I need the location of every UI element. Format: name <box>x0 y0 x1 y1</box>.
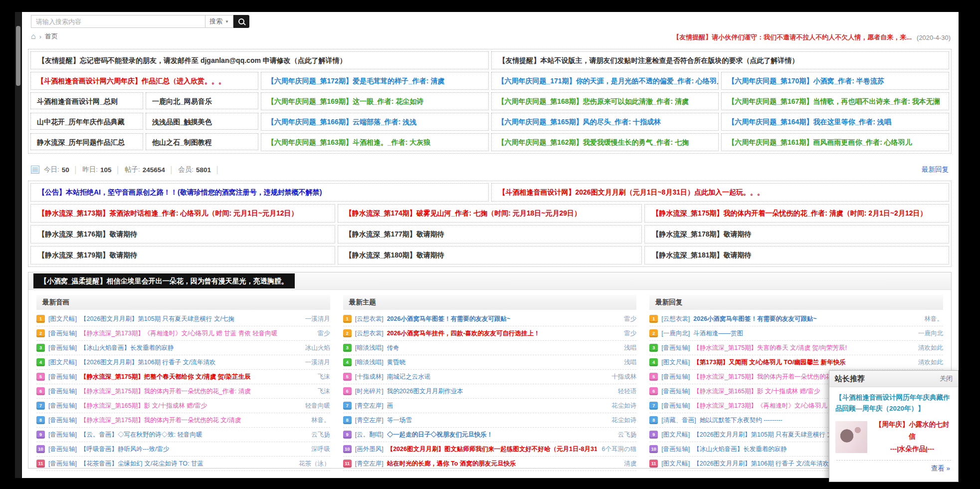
thread-title-link[interactable]: 【静水流深_第173期】《再相逢时》文/心络羽儿 赠 甘蓝 青依 轻音向暖 <box>80 329 277 338</box>
category-link[interactable]: [音画短轴] <box>48 344 77 352</box>
list-item[interactable]: 6[音画短轴]【静水流深_第175期】我的体内开着一朵忧伤的花_作者: 清虞飞沫 <box>36 384 330 399</box>
thread-title-link[interactable]: 【冰山火焰音画】长发垂着的寂静 <box>80 344 174 352</box>
category-link[interactable]: [音画短轴] <box>48 373 77 381</box>
view-more-link[interactable]: 查看 » <box>931 465 950 472</box>
author-link[interactable]: 飞沫 <box>313 373 330 381</box>
list-item[interactable]: 9[云。翻唱]◇一起走的日子◇祝朋友们元旦快乐！云飞扬 <box>343 428 637 442</box>
category-link[interactable]: [图文尺幅] <box>661 431 690 439</box>
category-link[interactable]: [十指成林] <box>355 373 384 381</box>
thread-title-link[interactable]: 【2026图文月月刷】第106期 行香子 文/流年清欢 <box>80 358 216 367</box>
author-link[interactable]: 一溪清月 <box>300 358 330 367</box>
festival-grid-link[interactable]: 【六周年庆同题_第169期】这一眼_作者: 花尘如诗 <box>261 92 489 110</box>
list-item[interactable]: 4[暗淡浅唱]黄昏晓浅唱 <box>343 355 637 370</box>
author-link[interactable]: 十指成林 <box>606 373 636 381</box>
list-item[interactable]: 4[图文尺幅]【2026图文月月刷】第106期 行香子 文/流年清欢一溪清月 <box>36 355 330 370</box>
thread-title-link[interactable]: 我的2026图文月月刷作业本 <box>387 387 463 396</box>
popup-close-button[interactable]: 关闭 <box>940 374 953 383</box>
breadcrumb-home-link[interactable]: 首页 <box>45 32 58 41</box>
list-item[interactable]: 11[青空左岸]站在时光的长廊，遇你 To 酒窝的朋友元旦快乐清虞 <box>343 457 637 471</box>
recommend-item-link[interactable]: 【周年庆】小露水的七封信 ---|水朵作品|--- <box>872 419 952 455</box>
announcement-no-ai[interactable]: 【公告】本站拒绝AI，坚守音画原创之路！！(敬请珍惜您的酒窝注册号，违规封禁概不… <box>30 183 489 202</box>
festival-grid-link[interactable]: 【六周年庆同题_第166期】云端部落_作者: 浅浅 <box>261 113 489 131</box>
thread-title-link[interactable]: 斗酒相逢——赏图 <box>693 329 743 338</box>
thread-title-link[interactable]: 2026小酒窝马年图签！有需要的友友可跟贴~ <box>387 315 511 323</box>
announcement-monthly-event[interactable]: 【斗酒相逢音画设计网】2026图文月月刷（元月1日~8月31日）点此加入一起玩。… <box>491 183 950 202</box>
author-link[interactable]: 6个耳洞の猫 <box>597 445 637 454</box>
author-link[interactable]: 云飞扬 <box>306 431 330 439</box>
thread-title-link[interactable]: 【呼吸音画】静听风吟---致/雷少 <box>80 445 169 454</box>
festival-grid-link[interactable]: 【六周年庆同题_第172期】爱是毛茸茸的样子_作者: 清虞 <box>261 72 489 90</box>
event-grid-link[interactable]: 【静水流深_第174期】破雾见山河_作者: 七掬（时间: 元月18日~元月29日… <box>338 204 642 223</box>
list-item[interactable]: 1[图文尺幅]【2026图文月月刷】第105期 只有夏天肆意横行 文/七掬一溪清… <box>36 312 330 326</box>
recommend-title-link[interactable]: 【斗酒相逢音画设计网历年年庆典藏作品回顾—周年庆（2020年）】 <box>835 392 952 414</box>
category-link[interactable]: [音画短轴] <box>48 387 77 396</box>
list-item[interactable]: 2[云想衣裳]2026小酒窝马年挂件，四款-喜欢的友友可自行选挂上！雷少 <box>343 326 637 341</box>
thread-title-link[interactable]: ◇一起走的日子◇祝朋友们元旦快乐！ <box>387 431 493 439</box>
author-link[interactable]: 花尘如诗 <box>606 416 636 425</box>
author-link[interactable]: 轻音向暖 <box>300 402 330 410</box>
thread-title-link[interactable]: 2026小酒窝马年挂件，四款-喜欢的友友可自行选挂上！ <box>387 329 540 338</box>
category-link[interactable]: [云。翻唱] <box>355 431 384 439</box>
festival-grid-link[interactable]: 【六周年庆同题_第162期】我爱我缓慢生长的勇气_作者: 七掬 <box>491 133 719 151</box>
home-icon[interactable]: ⌂ <box>31 32 36 41</box>
festival-grid-link[interactable]: 【六周年庆同题_第168期】悲伤原来可以如此清澈_作者: 清虞 <box>491 92 719 110</box>
category-link[interactable]: [暗淡浅唱] <box>355 344 384 352</box>
recommend-thumbnail[interactable] <box>835 421 867 453</box>
category-link[interactable]: [时光碎片] <box>355 387 384 396</box>
author-link[interactable]: 清欢如此 <box>913 358 943 367</box>
event-grid-link[interactable]: 【静水流深_第181期】敬请期待 <box>644 246 949 264</box>
category-link[interactable]: [青空左岸] <box>355 402 384 410</box>
category-link[interactable]: [音画短轴] <box>661 445 690 454</box>
thread-title-link[interactable]: 等一场雪 <box>387 416 412 425</box>
author-link[interactable]: 浅唱 <box>619 358 636 367</box>
event-grid-link[interactable]: 【静水流深_第175期】我的体内开着一朵忧伤的花_作者: 清虞（时间: 2月1日… <box>644 204 949 223</box>
thread-title-link[interactable]: 【第173期】又闻雨 文/心络羽儿 TO/幽园馨兰 新年快乐 <box>693 358 845 367</box>
list-item[interactable]: 5[音画短轴]【静水流深_第175期】把整个春天都给你 文/清虞 贺/染芷生辰飞… <box>36 370 330 384</box>
thread-title-link[interactable]: 画 <box>387 402 393 410</box>
top-reminder-link[interactable]: 【友情提醒】请小伙伴们谨守：我们不邀请不拉人不约人不欠人情，愿者自来，来... <box>673 33 912 42</box>
author-link[interactable]: 林音。 <box>920 315 944 323</box>
category-link[interactable]: [音画短轴] <box>48 402 77 410</box>
author-link[interactable]: 飞沫 <box>313 387 330 396</box>
category-link[interactable]: [清藏、音画] <box>661 416 696 425</box>
thread-title-link[interactable]: 传奇 <box>387 344 399 352</box>
author-link[interactable]: 花茶（泳） <box>294 460 330 468</box>
event-grid-link[interactable]: 【静水流深_第179期】敬请期待 <box>30 246 335 264</box>
list-item[interactable]: 3[暗淡浅唱]传奇浅唱 <box>343 341 637 355</box>
event-grid-link[interactable]: 【静水流深_第173期】茶酒浓时话相逢_作者: 心络羽儿（时间: 元月1日~元月… <box>30 204 335 223</box>
festival-grid-link[interactable]: 【六周年庆同题_第170期】小酒窝_作者: 半卷流苏 <box>721 72 949 90</box>
thread-title-link[interactable]: 【静水流深_第175期】把整个春天都给你 文/清虞 贺/染芷生辰 <box>80 373 251 381</box>
category-link[interactable]: [音画短轴] <box>48 416 77 425</box>
list-item[interactable]: 5[十指成林]南城记之云水谣十指成林 <box>343 370 637 384</box>
latest-reply-link[interactable]: 最新回复 <box>922 165 949 174</box>
list-item[interactable]: 1[云想衣裳]2026小酒窝马年图签！有需要的友友可跟贴~雷少 <box>343 312 637 326</box>
festival-grid-link[interactable]: 斗酒相逢音画设计网_总则 <box>30 92 143 109</box>
category-link[interactable]: [音画短轴] <box>661 344 690 352</box>
festival-grid-link[interactable]: 【六周年庆同题_第161期】画风画雨更画你_作者: 心络羽儿 <box>721 133 949 151</box>
event-grid-link[interactable]: 【静水流深_第176期】敬请期待 <box>30 225 335 244</box>
author-link[interactable]: 轻轻语 <box>613 387 637 396</box>
category-link[interactable]: [音画短轴] <box>48 445 77 454</box>
author-link[interactable]: 花尘如诗 <box>606 402 636 410</box>
list-item[interactable]: 8[音画短轴]【静水流深_第175期】我的体内开着一朵忧伤的花 文/清虞林音。 <box>36 413 330 428</box>
author-link[interactable]: 云飞扬 <box>613 431 637 439</box>
category-link[interactable]: [云想衣裳] <box>355 329 384 338</box>
author-link[interactable]: 清欢如此 <box>913 344 943 352</box>
festival-grid-link[interactable]: 【六周年庆同题_第165期】风的尽头_作者: 十指成林 <box>491 113 719 131</box>
festival-grid-link[interactable]: 静水流深_历年同题作品汇总 <box>30 133 143 150</box>
festival-grid-link[interactable]: 山中花开_历年年庆作品典藏 <box>30 113 143 130</box>
list-item[interactable]: 3[音画短轴]【静水流深_第175期】失言的春天 文/清虞 贺/向荣芳辰!清欢如… <box>649 341 943 355</box>
author-link[interactable]: 雷少 <box>619 329 636 338</box>
search-type-dropdown[interactable]: 搜索 ▼ <box>205 15 233 28</box>
thread-title-link[interactable]: 【静水流深_第175期】我的体内开着一朵忧伤的花_作者: 清虞 <box>80 387 251 396</box>
thread-title-link[interactable]: 【2026图文月月刷】第105期 只有夏天肆意横行 文/七掬 <box>693 431 847 439</box>
category-link[interactable]: [云想衣裳] <box>355 315 384 323</box>
festival-grid-link[interactable]: 【六周年庆同题_第163期】斗酒相逢。_作者: 大灰狼 <box>261 133 489 151</box>
event-grid-link[interactable]: 【静水流深_第177期】敬请期待 <box>338 225 642 244</box>
event-grid-link[interactable]: 【静水流深_第178期】敬请期待 <box>644 225 949 244</box>
list-item[interactable]: 1[云想衣裳]2026小酒窝马年图签！有需要的友友可跟贴~林音。 <box>649 312 943 326</box>
festival-grid-link[interactable]: 【斗酒相逢音画设计网六周年庆】作品汇总（进入欣赏。。。 <box>30 72 258 90</box>
festival-grid-link[interactable]: 【六周年庆同题_171期】你的天涯，是月光皓不透的偏爱_作者: 心络羽儿 <box>491 72 719 90</box>
category-link[interactable]: [音画短轴] <box>661 387 690 396</box>
thread-title-link[interactable]: 她以沉默签下永夜契约 --------- <box>700 416 783 425</box>
